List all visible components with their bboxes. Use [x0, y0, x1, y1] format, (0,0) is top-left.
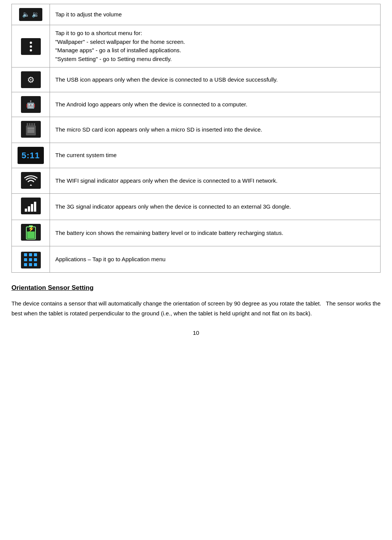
svg-rect-14	[27, 231, 35, 238]
table-row: The WIFI signal indicator appears only w…	[12, 168, 381, 194]
section-body: The device contains a sensor that will a…	[11, 299, 381, 318]
description-cell: Tap it to go to a shortcut menu for: "Wa…	[50, 25, 381, 68]
table-row: Tap it to go to a shortcut menu for: "Wa…	[12, 25, 381, 68]
icon-cell	[12, 168, 50, 194]
svg-rect-3	[31, 123, 33, 126]
description-text: Tap it to adjust the volume	[55, 11, 122, 18]
description-cell: Tap it to adjust the volume	[50, 4, 381, 25]
svg-text:⚡: ⚡	[27, 226, 34, 232]
table-row: 🤖 The Android logo appears only when the…	[12, 92, 381, 117]
section-title: Orientation Sensor Setting	[11, 284, 381, 292]
table-row: 5:11 The current system time	[12, 143, 381, 168]
icon-cell: 🤖	[12, 92, 50, 117]
svg-rect-10	[31, 204, 33, 212]
svg-rect-11	[34, 202, 36, 212]
description-cell: Applications – Tap it go to Application …	[50, 246, 381, 273]
android-icon: 🤖	[21, 96, 41, 113]
icon-cell	[12, 246, 50, 273]
description-cell: The Android logo appears only when the d…	[50, 92, 381, 117]
description-text: The USB icon appears only when the devic…	[55, 76, 278, 83]
icon-cell: ⚙	[12, 68, 50, 92]
icon-cell: 🔈 🔉	[12, 4, 50, 25]
description-cell: The micro SD card icon appears only when…	[50, 117, 381, 143]
description-text: The battery icon shows the remaining bat…	[55, 230, 283, 236]
svg-rect-9	[28, 206, 30, 212]
battery-icon: ⚡	[21, 224, 41, 241]
usb-icon: ⚙	[21, 71, 41, 88]
description-text: The current system time	[55, 152, 117, 158]
description-text: The 3G signal indicator appears only whe…	[55, 203, 291, 210]
svg-rect-6	[27, 130, 34, 130]
table-row: The 3G signal indicator appears only whe…	[12, 194, 381, 220]
svg-rect-7	[27, 132, 34, 132]
table-row: 🔈 🔉 Tap it to adjust the volume	[12, 4, 381, 25]
icon-reference-table: 🔈 🔉 Tap it to adjust the volume Tap it t…	[11, 4, 381, 273]
table-row: ⚙ The USB icon appears only when the dev…	[12, 68, 381, 92]
icon-cell	[12, 25, 50, 68]
section-body-text: The device contains a sensor that will a…	[11, 300, 381, 317]
description-cell: The current system time	[50, 143, 381, 168]
table-row: The micro SD card icon appears only when…	[12, 117, 381, 143]
page-number: 10	[11, 329, 381, 336]
table-row: Applications – Tap it go to Application …	[12, 246, 381, 273]
sd-card-icon	[21, 121, 41, 138]
wifi-icon	[21, 172, 41, 189]
svg-rect-1	[27, 123, 28, 126]
apps-icon	[21, 252, 41, 268]
menu-icon	[21, 38, 41, 55]
icon-cell: 5:11	[12, 143, 50, 168]
svg-rect-2	[29, 123, 31, 126]
description-text: Applications – Tap it go to Application …	[55, 256, 165, 262]
icon-cell	[12, 117, 50, 143]
svg-rect-5	[27, 128, 34, 129]
description-cell: The USB icon appears only when the devic…	[50, 68, 381, 92]
icon-cell	[12, 194, 50, 220]
svg-rect-4	[34, 123, 35, 126]
3g-signal-icon	[21, 198, 41, 214]
description-cell: The battery icon shows the remaining bat…	[50, 220, 381, 246]
clock-icon: 5:11	[18, 147, 43, 164]
description-cell: The WIFI signal indicator appears only w…	[50, 168, 381, 194]
description-text: The Android logo appears only when the d…	[55, 101, 247, 108]
description-text: The WIFI signal indicator appears only w…	[55, 177, 278, 184]
description-cell: The 3G signal indicator appears only whe…	[50, 194, 381, 220]
svg-rect-8	[25, 209, 27, 212]
icon-cell: ⚡	[12, 220, 50, 246]
volume-icon: 🔈 🔉	[19, 8, 42, 21]
description-text: The micro SD card icon appears only when…	[55, 126, 262, 133]
description-text: Tap it to go to a shortcut menu for: "Wa…	[55, 30, 185, 62]
table-row: ⚡ The battery icon shows the remaining b…	[12, 220, 381, 246]
